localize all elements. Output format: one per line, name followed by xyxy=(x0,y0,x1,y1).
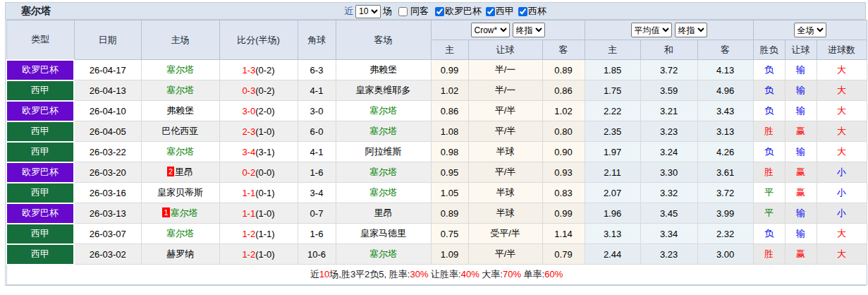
home-team-name[interactable]: 赫罗纳 xyxy=(166,248,194,259)
handicap-index-type-select[interactable]: 终指 xyxy=(513,23,545,37)
asia-away-odds: 0.83 xyxy=(542,183,585,203)
league-cell: 西甲 xyxy=(6,244,74,265)
euro-away-odds: 3.99 xyxy=(697,203,753,224)
home-team-name[interactable]: 塞尔塔 xyxy=(171,207,198,218)
match-count-select[interactable]: 10 xyxy=(355,5,381,18)
league-filter-label-0: 欧罗巴杯 xyxy=(445,5,482,18)
away-team-name[interactable]: 弗赖堡 xyxy=(369,64,397,75)
same-away-checkbox[interactable] xyxy=(398,7,408,16)
league-filter-label-2: 西杯 xyxy=(528,5,546,18)
asia-home-odds: 0.99 xyxy=(431,60,468,80)
result-outcome: 负 xyxy=(753,224,785,244)
corner-cell: 3-4 xyxy=(298,183,336,203)
home-team-cell: 塞尔塔 xyxy=(141,224,219,244)
summary-text: 大率: xyxy=(479,269,503,279)
home-team-name[interactable]: 巴伦西亚 xyxy=(162,126,199,136)
away-team-name[interactable]: 塞尔塔 xyxy=(369,167,397,177)
euro-away-odds: 3.13 xyxy=(697,121,753,142)
away-team-name[interactable]: 塞尔塔 xyxy=(369,248,397,259)
home-team-name[interactable]: 塞尔塔 xyxy=(166,85,194,95)
halftime-score: (3-1) xyxy=(255,147,274,157)
bookmaker-select[interactable]: Crow* xyxy=(471,23,510,37)
league-filter-checkbox-1[interactable] xyxy=(486,7,495,16)
asia-home-odds: 0.98 xyxy=(431,142,468,162)
home-team-name[interactable]: 里昂 xyxy=(175,167,193,177)
scope-select[interactable]: 全场 xyxy=(794,23,826,37)
euro-away-odds: 3.43 xyxy=(697,101,753,121)
summary-text: 让胜率: xyxy=(428,269,460,279)
home-team-name[interactable]: 塞尔塔 xyxy=(166,64,194,75)
away-team-name[interactable]: 塞尔塔 xyxy=(369,105,397,116)
away-team-cell: 皇家奥维耶多 xyxy=(336,80,431,101)
match-row: 西甲26-04-05巴伦西亚2-3(1-0)6-0塞尔塔1.08平/半0.802… xyxy=(6,121,867,142)
home-team-name[interactable]: 塞尔塔 xyxy=(166,146,194,157)
euro-source-select[interactable]: 平均值 xyxy=(631,23,672,37)
euro-draw-odds: 3.32 xyxy=(640,183,697,203)
away-team-name[interactable]: 塞尔塔 xyxy=(369,187,397,198)
asia-home-odds: 0.75 xyxy=(431,224,468,244)
league-filter-checkbox-2[interactable] xyxy=(518,7,527,16)
asia-away-odds: 0.89 xyxy=(542,60,585,80)
euro-draw-odds: 3.30 xyxy=(640,162,697,183)
away-team-name[interactable]: 皇家马德里 xyxy=(360,228,406,239)
euro-home-odds: 2.07 xyxy=(585,183,640,203)
handicap-line: 半球 xyxy=(468,183,542,203)
score-cell: 0-3(0-2) xyxy=(219,80,298,101)
home-team-name[interactable]: 弗赖堡 xyxy=(166,105,194,116)
sub-col-header-1-1: 和 xyxy=(640,40,697,60)
result-goals: 大 xyxy=(817,224,867,244)
result-handicap: 输 xyxy=(785,101,817,121)
result-handicap: 赢 xyxy=(785,244,817,265)
home-team-cell: 皇家贝蒂斯 xyxy=(141,183,219,203)
home-team-cell: 1塞尔塔 xyxy=(141,203,219,224)
euro-away-odds: 4.13 xyxy=(697,60,753,80)
near-label: 近 xyxy=(344,5,353,18)
fulltime-score: 0-3 xyxy=(242,85,255,96)
handicap-line: 受平/半 xyxy=(468,224,542,244)
result-goals: 小 xyxy=(817,162,867,183)
league-cell: 欧罗巴杯 xyxy=(6,162,74,183)
result-handicap: 输 xyxy=(785,142,817,162)
euro-draw-odds: 3.24 xyxy=(640,142,697,162)
summary-stat-value: 30% xyxy=(410,269,428,279)
euro-home-odds: 2.22 xyxy=(585,101,640,121)
euro-home-odds: 1.96 xyxy=(585,203,640,224)
away-team-name[interactable]: 里昂 xyxy=(374,207,393,218)
sub-col-header-0-2: 客 xyxy=(542,40,585,60)
handicap-line: 平/半 xyxy=(468,121,542,142)
away-team-name[interactable]: 塞尔塔 xyxy=(369,126,397,136)
sub-col-header-1-0: 主 xyxy=(585,40,640,60)
asia-home-odds: 1.05 xyxy=(431,183,468,203)
col-header-score: 比分(半场) xyxy=(219,20,298,60)
handicap-line: 平/半 xyxy=(468,101,542,121)
euro-home-odds: 2.44 xyxy=(585,244,640,265)
asia-away-odds: 1.14 xyxy=(542,224,585,244)
home-team-name[interactable]: 塞尔塔 xyxy=(166,228,194,239)
summary-stat-value: 10 xyxy=(319,269,329,279)
score-cell: 2-3(1-0) xyxy=(219,121,298,142)
table-header: 类型 日期 主场 比分(半场) 角球 客场 Crow*终指平均值终指全场 主让球… xyxy=(6,20,867,60)
away-team-name[interactable]: 皇家奥维耶多 xyxy=(356,85,411,95)
away-team-name[interactable]: 阿拉维斯 xyxy=(365,146,402,157)
league-filter-checkbox-0[interactable] xyxy=(435,7,444,16)
league-cell: 欧罗巴杯 xyxy=(6,101,74,121)
corner-cell: 0-7 xyxy=(298,203,336,224)
euro-home-odds: 1.97 xyxy=(585,142,640,162)
euro-home-odds: 2.11 xyxy=(585,162,640,183)
corner-cell: 1-6 xyxy=(298,162,336,183)
away-team-cell: 塞尔塔 xyxy=(336,121,431,142)
summary-stat-value: 60% xyxy=(544,269,563,279)
asia-away-odds: 1.02 xyxy=(542,101,585,121)
odds-group-header-1: 平均值终指 xyxy=(585,20,753,40)
euro-index-type-select[interactable]: 终指 xyxy=(675,23,707,37)
date-cell: 26-04-13 xyxy=(74,80,141,101)
table-body: 欧罗巴杯26-04-17塞尔塔1-3(0-2)6-3弗赖堡0.99半/一0.89… xyxy=(6,60,867,265)
result-handicap: 输 xyxy=(785,203,817,224)
home-team-name[interactable]: 皇家贝蒂斯 xyxy=(157,187,203,198)
team-history-panel: 塞尔塔 近 10 场 同客 欧罗巴杯西甲西杯 类型 日期 主场 比分(半场) 角… xyxy=(5,2,866,286)
handicap-line: 半/一 xyxy=(468,60,542,80)
result-outcome: 胜 xyxy=(753,121,785,142)
result-outcome: 负 xyxy=(753,80,785,101)
asia-home-odds: 1.02 xyxy=(431,80,468,101)
handicap-line: 半球 xyxy=(468,142,542,162)
